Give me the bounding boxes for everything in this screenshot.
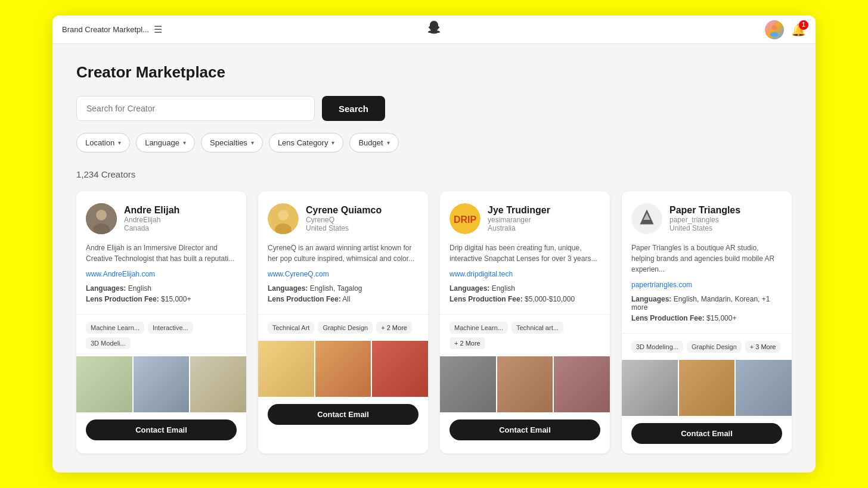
title-bar: Brand Creator Marketpl... ☰ 🔔 1 bbox=[52, 15, 816, 44]
creator-card-1: Andre Elijah AndreElijah Canada Andre El… bbox=[76, 191, 246, 453]
tag-1-2: Interactive... bbox=[148, 322, 193, 334]
creator-image-2-2 bbox=[315, 341, 371, 397]
contact-button-4[interactable]: Contact Email bbox=[631, 423, 782, 444]
menu-icon[interactable]: ☰ bbox=[154, 24, 162, 35]
search-input[interactable] bbox=[76, 96, 315, 121]
chevron-down-icon: ▾ bbox=[387, 139, 390, 146]
creator-images-1 bbox=[76, 356, 246, 412]
creator-image-1-1 bbox=[76, 356, 132, 412]
contact-row-3: Contact Email bbox=[440, 412, 610, 450]
snapchat-logo bbox=[426, 23, 442, 39]
contact-row-1: Contact Email bbox=[76, 412, 246, 450]
svg-point-1 bbox=[770, 32, 779, 37]
creator-avatar-4 bbox=[631, 203, 662, 234]
creator-link-4[interactable]: papertriangles.com bbox=[631, 281, 782, 289]
creator-handle-4: paper_triangles bbox=[669, 216, 740, 224]
creator-image-3-1 bbox=[440, 356, 496, 412]
creator-header-3: DRIP Jye Trudinger yesimaranger Australi… bbox=[450, 203, 600, 234]
svg-point-0 bbox=[772, 25, 777, 30]
creator-header-1: Andre Elijah AndreElijah Canada bbox=[86, 203, 237, 234]
notification-badge: 1 bbox=[799, 20, 808, 30]
page-title: Creator Marketplace bbox=[76, 63, 792, 82]
creator-image-4-1 bbox=[622, 360, 678, 416]
creator-card-4: Paper Triangles paper_triangles United S… bbox=[622, 191, 792, 453]
tag-4-3: + 3 More bbox=[745, 341, 781, 353]
filter-location[interactable]: Location ▾ bbox=[76, 133, 130, 153]
creator-images-3 bbox=[440, 356, 610, 412]
creator-info-3: Jye Trudinger yesimaranger Australia bbox=[488, 205, 550, 232]
notification-button[interactable]: 🔔 1 bbox=[791, 23, 806, 37]
contact-button-1[interactable]: Contact Email bbox=[86, 419, 237, 440]
chevron-down-icon: ▾ bbox=[331, 139, 334, 146]
creator-image-3-2 bbox=[497, 356, 553, 412]
creator-location-1: Canada bbox=[124, 224, 179, 232]
creator-name-4: Paper Triangles bbox=[669, 205, 740, 216]
creator-image-3-3 bbox=[554, 356, 610, 412]
creator-handle-1: AndreElijah bbox=[124, 216, 179, 224]
creator-image-2-3 bbox=[372, 341, 428, 397]
tag-4-1: 3D Modeling... bbox=[631, 341, 683, 353]
results-count: 1,234 Creators bbox=[76, 169, 792, 179]
creator-fee-3: Lens Production Fee: $5,000-$10,000 bbox=[450, 295, 600, 303]
creator-link-2[interactable]: www.CyreneQ.com bbox=[268, 270, 418, 278]
creator-images-4 bbox=[622, 360, 792, 416]
search-bar: Search bbox=[76, 96, 792, 121]
creator-tags-2: Technical Art Graphic Design + 2 More bbox=[258, 314, 428, 341]
creator-header-4: Paper Triangles paper_triangles United S… bbox=[631, 203, 782, 234]
creator-bio-4: Paper Triangles is a boutique AR studio,… bbox=[631, 243, 782, 275]
creator-fee-4: Lens Production Fee: $15,000+ bbox=[631, 314, 782, 322]
creator-link-1[interactable]: www.AndreElijah.com bbox=[86, 270, 237, 278]
creator-link-3[interactable]: www.dripdigital.tech bbox=[450, 270, 600, 278]
tag-2-1: Technical Art bbox=[268, 322, 314, 334]
creator-tags-4: 3D Modeling... Graphic Design + 3 More bbox=[622, 333, 792, 360]
tag-3-1: Machine Learn... bbox=[450, 322, 508, 334]
tag-2-3: + 2 More bbox=[376, 322, 412, 334]
creator-tags-3: Machine Learn... Technical art... + 2 Mo… bbox=[440, 314, 610, 356]
filter-specialties[interactable]: Specialties ▾ bbox=[201, 133, 263, 153]
creator-location-4: United States bbox=[669, 224, 740, 232]
header-actions: 🔔 1 bbox=[765, 20, 806, 39]
tag-3-3: + 2 More bbox=[450, 337, 485, 349]
svg-point-6 bbox=[278, 210, 289, 220]
creator-location-2: United States bbox=[306, 224, 382, 232]
creator-info-4: Paper Triangles paper_triangles United S… bbox=[669, 205, 740, 232]
creator-fee-1: Lens Production Fee: $15,000+ bbox=[86, 295, 237, 303]
creator-languages-3: Languages: English bbox=[450, 284, 600, 293]
filter-language[interactable]: Language ▾ bbox=[136, 133, 195, 153]
creator-name-3: Jye Trudinger bbox=[488, 205, 550, 216]
chevron-down-icon: ▾ bbox=[183, 139, 186, 146]
creator-name-2: Cyrene Quiamco bbox=[306, 205, 382, 216]
contact-button-2[interactable]: Contact Email bbox=[268, 404, 418, 425]
creator-card-2: Cyrene Quiamco CyreneQ United States Cyr… bbox=[258, 191, 428, 453]
user-avatar[interactable] bbox=[765, 20, 784, 39]
creator-avatar-1 bbox=[86, 203, 117, 234]
contact-button-3[interactable]: Contact Email bbox=[450, 419, 600, 440]
svg-text:DRIP: DRIP bbox=[454, 215, 477, 225]
creator-languages-1: Languages: English bbox=[86, 284, 237, 293]
creator-info-2: Cyrene Quiamco CyreneQ United States bbox=[306, 205, 382, 232]
filter-lens-category[interactable]: Lens Category ▾ bbox=[269, 133, 344, 153]
creator-languages-2: Languages: English, Tagalog bbox=[268, 284, 418, 293]
contact-row-2: Contact Email bbox=[258, 397, 428, 434]
main-content: Creator Marketplace Search Location ▾ La… bbox=[52, 44, 816, 473]
creator-info-1: Andre Elijah AndreElijah Canada bbox=[124, 205, 179, 232]
creator-avatar-2 bbox=[268, 203, 299, 234]
creator-avatar-3: DRIP bbox=[450, 203, 480, 234]
creator-image-4-2 bbox=[679, 360, 735, 416]
creator-grid: Andre Elijah AndreElijah Canada Andre El… bbox=[76, 191, 792, 453]
creator-handle-2: CyreneQ bbox=[306, 216, 382, 224]
creator-image-4-3 bbox=[736, 360, 792, 416]
creator-bio-2: CyreneQ is an award winning artist known… bbox=[268, 243, 418, 264]
filter-budget[interactable]: Budget ▾ bbox=[349, 133, 398, 153]
creator-images-2 bbox=[258, 341, 428, 397]
svg-point-3 bbox=[96, 210, 107, 220]
creator-bio-1: Andre Elijah is an Immersive Director an… bbox=[86, 243, 237, 264]
creator-image-2-1 bbox=[258, 341, 314, 397]
chevron-down-icon: ▾ bbox=[251, 139, 254, 146]
creator-languages-4: Languages: English, Mandarin, Korean, +1… bbox=[631, 295, 782, 312]
creator-tags-1: Machine Learn... Interactive... 3D Model… bbox=[76, 314, 246, 356]
chevron-down-icon: ▾ bbox=[118, 139, 121, 146]
search-button[interactable]: Search bbox=[322, 96, 385, 121]
tag-1-3: 3D Modeli... bbox=[86, 337, 131, 349]
creator-location-3: Australia bbox=[488, 224, 550, 232]
